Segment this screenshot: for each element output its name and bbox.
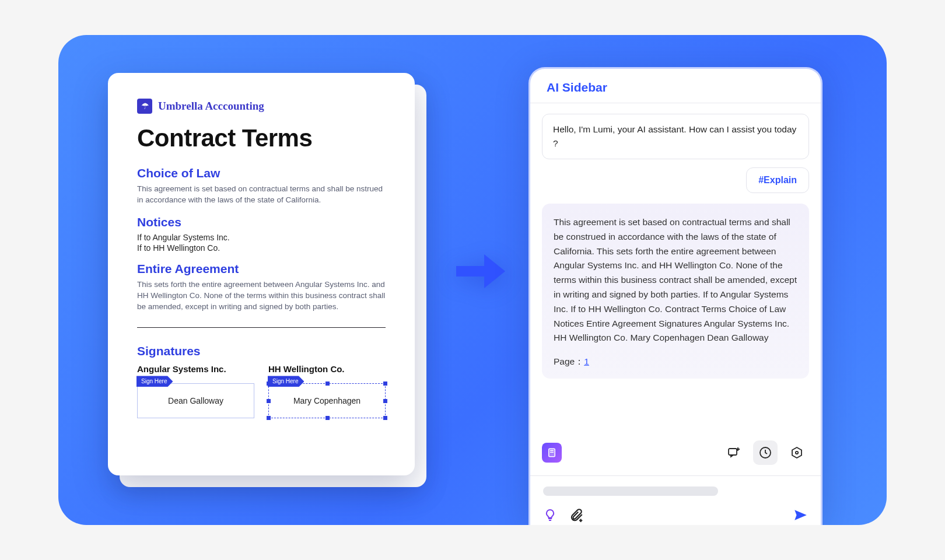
settings-hex-icon[interactable] — [785, 440, 809, 465]
section-heading-notices: Notices — [137, 215, 386, 229]
chat-add-icon[interactable] — [722, 440, 746, 465]
svg-point-3 — [796, 452, 798, 454]
assistant-greeting: Hello, I'm Lumi, your AI assistant. How … — [542, 114, 809, 159]
section-body-entire-agreement: This sets forth the entire agreement bet… — [137, 279, 386, 313]
section-heading-entire-agreement: Entire Agreement — [137, 262, 386, 276]
notice-line: If to HH Wellington Co. — [137, 243, 386, 253]
resize-handle[interactable] — [267, 416, 271, 420]
explain-chip[interactable]: #Explain — [746, 167, 809, 193]
resize-handle[interactable] — [267, 399, 271, 403]
section-heading-choice-of-law: Choice of Law — [137, 166, 386, 180]
assistant-answer: This agreement is set based on contractu… — [542, 204, 809, 379]
chip-row: #Explain — [542, 167, 809, 193]
sidebar-title: AI Sidebar — [530, 69, 821, 103]
page-line: Page：1 — [554, 355, 797, 369]
tool-row — [530, 435, 821, 471]
signer-name: Dean Galloway — [168, 396, 223, 405]
input-area[interactable] — [530, 476, 821, 499]
page-label: Page： — [554, 356, 584, 366]
answer-text: This agreement is set based on contractu… — [554, 217, 797, 342]
document-card: ☂ Umbrella Acccounting Contract Terms Ch… — [108, 73, 415, 475]
page-link[interactable]: 1 — [584, 356, 589, 366]
notice-line: If to Angular Systems Inc. — [137, 233, 386, 242]
sign-here-tag: Sign Here — [268, 376, 304, 387]
history-icon[interactable] — [753, 440, 778, 465]
document-title: Contract Terms — [137, 124, 386, 152]
svg-rect-1 — [729, 449, 737, 455]
section-body-choice-of-law: This agreement is set based on contractu… — [137, 184, 386, 206]
section-heading-signatures: Signatures — [137, 344, 386, 358]
ai-sidebar-panel: AI Sidebar Hello, I'm Lumi, your AI assi… — [528, 67, 822, 525]
resize-handle[interactable] — [383, 382, 387, 386]
resize-handle[interactable] — [326, 382, 330, 386]
signature-company: HH Wellington Co. — [268, 364, 386, 374]
signature-company: Angular Systems Inc. — [137, 364, 254, 374]
signature-column: HH Wellington Co. Sign Here Mary Copenha… — [268, 364, 386, 418]
notebook-icon[interactable] — [542, 443, 562, 463]
sign-here-tag: Sign Here — [136, 376, 173, 387]
input-toolbar — [530, 499, 821, 525]
brand-name: Umbrella Acccounting — [158, 100, 264, 113]
sidebar-body: Hello, I'm Lumi, your AI assistant. How … — [530, 103, 821, 435]
resize-handle[interactable] — [383, 399, 387, 403]
input-placeholder-skeleton — [543, 487, 718, 496]
stage: ☂ Umbrella Acccounting Contract Terms Ch… — [58, 35, 887, 525]
signer-name: Mary Copenhagen — [293, 396, 360, 405]
attachment-icon[interactable] — [569, 508, 584, 525]
arrow-icon — [455, 251, 508, 292]
signature-box-selected[interactable]: Sign Here Mary Copenhagen — [268, 383, 386, 418]
umbrella-icon: ☂ — [137, 99, 152, 114]
resize-handle[interactable] — [267, 382, 271, 386]
signature-row: Angular Systems Inc. Sign Here Dean Gall… — [137, 364, 386, 418]
divider — [137, 327, 386, 328]
lightbulb-icon[interactable] — [543, 508, 557, 524]
brand: ☂ Umbrella Acccounting — [137, 99, 386, 114]
signature-column: Angular Systems Inc. Sign Here Dean Gall… — [137, 364, 254, 418]
resize-handle[interactable] — [326, 416, 330, 420]
resize-handle[interactable] — [383, 416, 387, 420]
signature-box[interactable]: Sign Here Dean Galloway — [137, 383, 254, 418]
send-icon[interactable] — [793, 508, 808, 525]
